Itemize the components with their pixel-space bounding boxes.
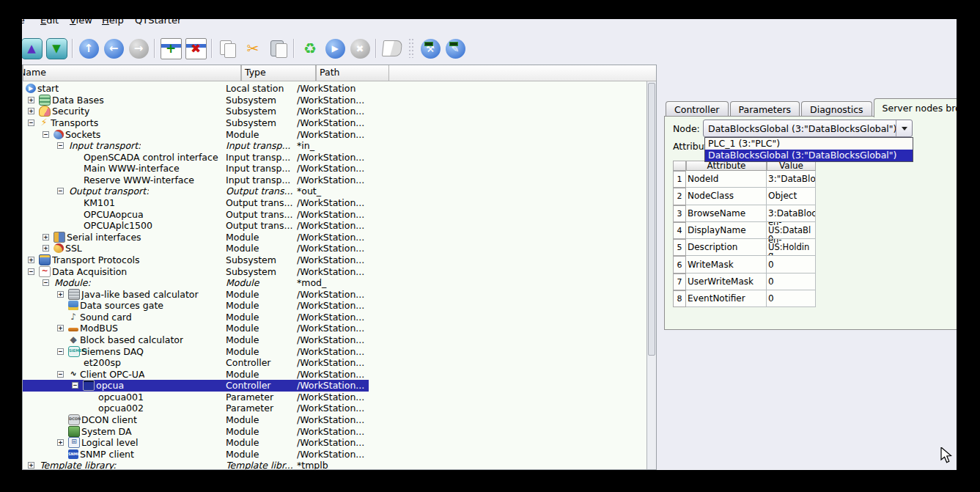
tree-row[interactable]: ♪Sound cardModule/WorkStation... [23, 312, 647, 323]
tree-row[interactable]: System DAModule/WorkStation... [23, 425, 647, 437]
tree-row[interactable]: −SocketsModule/WorkStation... [23, 128, 647, 140]
tab-parameters[interactable]: Parameters [730, 101, 800, 117]
tree-row[interactable]: +⊞Logical levelModule/WorkStation... [23, 437, 647, 449]
tree-cell-type: Module [226, 289, 297, 300]
row-number-cell: 3 [673, 205, 686, 222]
delete-item-icon: ✖ [185, 38, 207, 59]
node-combobox-value: DataBlocksGlobal (3:"DataBlocksGlobal") [704, 123, 896, 134]
collapse-toggle[interactable]: − [28, 120, 34, 126]
tree-row[interactable]: −SIEMENSSiemens DAQModule/WorkStation... [23, 345, 647, 357]
expand-toggle[interactable]: + [57, 291, 64, 298]
tree-cell-type: Module [226, 232, 297, 243]
tree-row[interactable]: ▶startLocal station/WorkStation [23, 83, 647, 95]
tree-row[interactable]: Data sources gateModule/WorkStation... [23, 300, 647, 312]
tree-cell-path: /WorkStation... [297, 300, 647, 311]
cut-button[interactable]: ✂ [240, 35, 265, 62]
dropdown-option[interactable]: DataBlocksGlobal (3:"DataBlocksGlobal") [705, 150, 913, 161]
tree-row[interactable]: −opcuaController/WorkStation... [23, 380, 647, 392]
toolbar-handle[interactable] [409, 39, 413, 58]
delete-item-button[interactable]: ✖ [183, 35, 208, 62]
tree-cell-name: −Sockets [23, 129, 226, 140]
tree-row[interactable]: +SecuritySubsystem/WorkStation... [23, 106, 647, 117]
tree-row[interactable]: −⚡TransportsSubsystem/WorkStation... [23, 117, 647, 129]
tree-row[interactable]: +Java-like based calculatorModule/WorkSt… [23, 288, 647, 300]
collapse-toggle[interactable]: − [28, 268, 34, 275]
tree-row[interactable]: OPCUAplc1500Output trans.../WorkStation.… [23, 220, 647, 232]
tree-row[interactable]: OpenSCADA control interfaceInput transp.… [23, 151, 647, 163]
up-level-button[interactable]: ↑ [76, 35, 101, 62]
tree-indent [23, 191, 57, 191]
tree-row[interactable]: −Module:Module*mod_ [23, 277, 647, 289]
tree-indent [23, 465, 28, 466]
save-to-db-button[interactable]: ▼ [44, 35, 69, 62]
vision-button[interactable]: ✎ [443, 35, 468, 62]
tree-vertical-scrollbar[interactable] [646, 81, 656, 469]
tree-row[interactable]: opcua001Parameter/WorkStation... [23, 392, 647, 403]
tree-row[interactable]: +SSLModule/WorkStation... [23, 243, 647, 254]
collapse-toggle[interactable]: − [43, 279, 49, 286]
tree-row[interactable]: OPCUAopcuaOutput trans.../WorkStation... [23, 208, 647, 220]
expand-toggle[interactable]: + [43, 245, 49, 251]
collapse-toggle[interactable]: − [57, 188, 64, 194]
forward-button[interactable]: → [126, 35, 151, 62]
tree-row[interactable]: +ModBUSModule/WorkStation... [23, 323, 647, 334]
tree-row[interactable]: +Template library:Template libr...*tmplb [23, 460, 647, 470]
tree-row[interactable]: Reserve WWW-interfaceInput transp.../Wor… [23, 175, 647, 186]
tree-row[interactable]: −Input transport:Input transp...*in_ [23, 140, 647, 152]
row-number-cell: 2 [673, 188, 686, 205]
dropdown-option[interactable]: PLC_1 (3:"PLC") [705, 138, 913, 150]
tree-row[interactable]: KM101Output trans.../WorkStation... [23, 197, 647, 209]
tree-item-label: DCON client [81, 414, 137, 425]
manual-button[interactable] [380, 35, 405, 62]
copy-button[interactable] [215, 35, 240, 62]
tree-row[interactable]: opcua002Parameter/WorkStation... [23, 403, 647, 414]
tree-cell-type: Module [226, 449, 297, 460]
attribute-row: 3BrowseName3:DataBloc [673, 205, 816, 222]
collapse-toggle[interactable]: − [57, 142, 64, 149]
tree-row[interactable]: +Serial interfacesModule/WorkStation... [23, 232, 647, 243]
stop-button[interactable]: ✖ [347, 35, 372, 62]
tree-row[interactable]: +Data BasesSubsystem/WorkStation... [23, 95, 647, 106]
tree-row[interactable]: Main WWW-interfaceInput transp.../WorkSt… [23, 163, 647, 175]
tab-diagnostics[interactable]: Diagnostics [801, 101, 872, 117]
expand-toggle[interactable]: + [57, 325, 64, 331]
tree-row[interactable]: −~Data AcquisitionSubsystem/WorkStation.… [23, 265, 647, 277]
paste-button[interactable] [265, 35, 290, 62]
collapse-toggle[interactable]: − [43, 131, 49, 138]
scrollbar-thumb[interactable] [648, 83, 655, 356]
tree-cell-path: /WorkStation... [297, 334, 647, 345]
expand-toggle[interactable]: + [57, 439, 64, 446]
tree-row[interactable]: −∿Client OPC-UAModule/WorkStation... [23, 368, 647, 380]
expand-toggle[interactable]: + [28, 97, 34, 103]
tree-row[interactable]: −Output transport:Output trans...*out_ [23, 186, 647, 197]
tab-controller[interactable]: Controller [666, 101, 729, 117]
column-header-name[interactable]: Name [23, 65, 241, 81]
tree-row[interactable]: DCONDCON clientModule/WorkStation... [23, 414, 647, 426]
tree-row[interactable]: ◆Block based calculatorModule/WorkStatio… [23, 334, 647, 346]
configurator-button[interactable]: ⚒ [418, 35, 443, 62]
combobox-dropdown-button[interactable] [896, 120, 912, 136]
expand-toggle[interactable]: + [43, 234, 49, 241]
back-button[interactable]: ← [101, 35, 126, 62]
expand-toggle[interactable]: + [28, 108, 34, 114]
dcon-icon: DCON [68, 414, 80, 425]
tree-row[interactable]: et200spController/WorkStation... [23, 357, 647, 369]
add-item-button[interactable]: + [158, 35, 183, 62]
start-button[interactable]: ▶ [323, 35, 347, 62]
tree-item-label: opcua001 [98, 392, 144, 403]
tree-cell-type: Module [226, 323, 297, 334]
refresh-button[interactable]: ♻ [298, 35, 323, 62]
collapse-toggle[interactable]: − [57, 348, 64, 355]
collapse-toggle[interactable]: − [57, 371, 64, 378]
load-from-db-button[interactable]: ▲ [19, 35, 44, 62]
expand-toggle[interactable]: + [28, 257, 34, 263]
sound-icon: ♪ [68, 312, 78, 322]
expand-toggle[interactable]: + [28, 462, 34, 469]
node-combobox[interactable]: DataBlocksGlobal (3:"DataBlocksGlobal") [703, 120, 913, 137]
tree-cell-type: Parameter [226, 403, 297, 414]
tree-row[interactable]: SNMPSNMP clientModule/WorkStation... [23, 449, 647, 460]
tree-row[interactable]: +Transport ProtocolsSubsystem/WorkStatio… [23, 254, 647, 266]
column-header-type[interactable]: Type [241, 65, 316, 81]
column-header-path[interactable]: Path [316, 65, 389, 81]
collapse-toggle[interactable]: − [72, 382, 78, 389]
